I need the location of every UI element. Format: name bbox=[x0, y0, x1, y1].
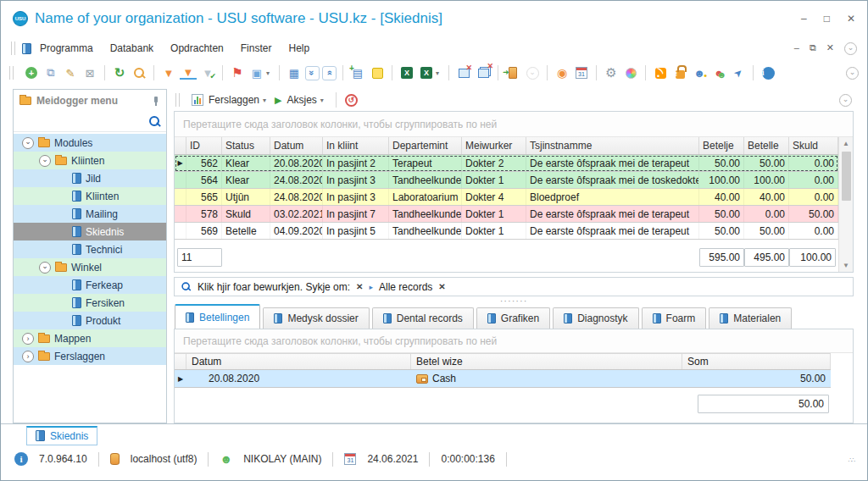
tree-item-winkel[interactable]: Winkel bbox=[14, 258, 166, 276]
tab-foarm[interactable]: Foarm bbox=[642, 307, 707, 329]
lock-icon[interactable] bbox=[676, 70, 685, 79]
column-header-departemint[interactable]: Departemint bbox=[389, 137, 462, 154]
actions-menu-arrow-icon[interactable] bbox=[320, 97, 327, 104]
menu-opdrachten[interactable]: Opdrachten bbox=[170, 42, 224, 54]
maximize-icon[interactable] bbox=[824, 13, 830, 25]
tree-item-modules[interactable]: Modules bbox=[14, 134, 166, 152]
tree-item-technici[interactable]: Technici bbox=[14, 240, 166, 258]
menu-programma[interactable]: Programma bbox=[40, 42, 93, 54]
scrollbar-thumb[interactable] bbox=[842, 152, 851, 201]
column-header-inkliint[interactable]: In kliint bbox=[323, 137, 389, 154]
sidebar-search-icon[interactable] bbox=[149, 116, 160, 127]
tab-grafiken[interactable]: Grafiken bbox=[476, 307, 550, 329]
column-header-id[interactable]: ID bbox=[186, 137, 222, 154]
window-tab-skiednis[interactable]: Skiednis bbox=[26, 426, 97, 445]
actions-button[interactable]: Aksjes bbox=[287, 94, 317, 106]
colors-icon[interactable] bbox=[626, 68, 637, 79]
filter-scope-link[interactable]: Alle records bbox=[379, 281, 432, 293]
tree-item-fersiken[interactable]: Fersiken bbox=[14, 294, 166, 312]
tree-item-kliinten-2[interactable]: Kliinten bbox=[14, 187, 166, 205]
toolbar-grip[interactable] bbox=[9, 66, 14, 80]
menu-help[interactable]: Help bbox=[288, 42, 309, 54]
table-row[interactable]: 565 Utjûn 24.08.2020 In pasjint 3 Labora… bbox=[175, 189, 838, 206]
users-icon[interactable] bbox=[710, 64, 727, 81]
column-header-skuld[interactable]: Skuld bbox=[789, 137, 838, 154]
tab-medysk-dossier[interactable]: Medysk dossier bbox=[263, 307, 369, 329]
clear-scope-icon[interactable] bbox=[438, 282, 445, 291]
cancel-icon[interactable] bbox=[345, 94, 358, 107]
toolbar-overflow-icon[interactable] bbox=[846, 67, 859, 80]
tab-dental-records[interactable]: Dental records bbox=[372, 307, 474, 329]
sidebar-search-input[interactable] bbox=[19, 116, 149, 128]
resize-grip[interactable] bbox=[843, 454, 854, 464]
table-row[interactable]: 564 Klear 24.08.2020 In pasjint 3 Tandhe… bbox=[175, 172, 838, 189]
tree-item-skiednis[interactable]: Skiednis bbox=[14, 223, 166, 240]
search-icon[interactable] bbox=[134, 68, 145, 79]
column-header-betelje[interactable]: Betelje bbox=[699, 137, 744, 154]
tab-diagnostyk[interactable]: Diagnostyk bbox=[553, 307, 638, 329]
reports-button[interactable]: Ferslaggen bbox=[209, 94, 259, 106]
delete-record-icon[interactable] bbox=[81, 64, 98, 81]
flag-icon[interactable] bbox=[229, 64, 246, 81]
minimize-icon[interactable] bbox=[801, 13, 807, 25]
add-column-icon[interactable] bbox=[349, 64, 366, 81]
table-row[interactable]: 20.08.2020 Cash 50.00 bbox=[175, 370, 831, 388]
close-all-windows-icon[interactable] bbox=[478, 69, 489, 78]
expand-all-icon[interactable] bbox=[322, 66, 337, 80]
pin-icon[interactable] bbox=[726, 61, 750, 85]
grid-toolbar-overflow-icon[interactable] bbox=[839, 94, 852, 107]
info-icon[interactable] bbox=[762, 67, 775, 80]
collapse-all-icon[interactable] bbox=[305, 66, 320, 80]
clear-filter-icon[interactable] bbox=[356, 282, 363, 291]
column-header-status[interactable]: Status bbox=[222, 137, 270, 154]
note-icon[interactable] bbox=[372, 68, 383, 79]
group-by-bar[interactable]: Перетащите сюда заголовок колонки, чтобы… bbox=[175, 112, 853, 137]
scroll-down-icon[interactable]: ▼ bbox=[843, 259, 849, 272]
filter-check-icon[interactable] bbox=[199, 64, 216, 81]
horizontal-splitter[interactable] bbox=[174, 296, 854, 304]
tree-item-mailing[interactable]: Mailing bbox=[14, 205, 166, 223]
excel-menu-arrow-icon[interactable] bbox=[436, 69, 442, 77]
pin-panel-icon[interactable] bbox=[152, 96, 160, 106]
tree-item-kliinten[interactable]: Kliinten bbox=[14, 152, 166, 169]
column-header-betelle[interactable]: Betelle bbox=[744, 137, 789, 154]
close-window-icon[interactable] bbox=[459, 69, 470, 78]
edit-record-icon[interactable] bbox=[62, 64, 79, 81]
calendar-icon[interactable] bbox=[576, 67, 587, 79]
expand-node-icon[interactable] bbox=[22, 351, 34, 362]
tree-item-produkt[interactable]: Produkt bbox=[14, 312, 166, 329]
column-header-tsjinstnamme[interactable]: Tsjinstnamme bbox=[526, 137, 699, 154]
export-excel-icon[interactable] bbox=[401, 67, 413, 79]
tree-item-ferkeap[interactable]: Ferkeap bbox=[14, 276, 166, 294]
tree-item-jild[interactable]: Jild bbox=[14, 169, 166, 187]
expand-node-icon[interactable] bbox=[22, 333, 34, 345]
location-icon[interactable] bbox=[554, 64, 570, 81]
image-menu-arrow-icon[interactable] bbox=[266, 69, 273, 77]
copy-record-icon[interactable] bbox=[42, 64, 59, 81]
mdi-close-icon[interactable] bbox=[826, 42, 834, 55]
table-row[interactable]: 569 Betelle 04.09.2020 In pasjint 5 Tand… bbox=[175, 223, 838, 240]
rss-icon[interactable] bbox=[655, 68, 666, 79]
filter-edit-link[interactable]: Klik hjir foar bewurkjen. Sykje om: bbox=[198, 281, 350, 293]
card-view-icon[interactable] bbox=[286, 64, 303, 81]
filter-icon[interactable] bbox=[160, 64, 177, 81]
collapse-node-icon[interactable] bbox=[22, 137, 34, 149]
menu-databank[interactable]: Databank bbox=[110, 42, 153, 54]
close-icon[interactable] bbox=[847, 13, 855, 25]
column-header-som[interactable]: Som bbox=[682, 354, 831, 369]
detail-group-by-bar[interactable]: Перетащите сюда заголовок колонки, чтобы… bbox=[175, 329, 853, 353]
menubar-overflow-icon[interactable] bbox=[844, 42, 857, 55]
collapse-node-icon[interactable] bbox=[39, 155, 51, 167]
mdi-minimize-icon[interactable] bbox=[794, 42, 799, 55]
column-header-datum[interactable]: Datum bbox=[270, 137, 323, 154]
column-header-betel-wize[interactable]: Betel wize bbox=[411, 354, 682, 369]
column-header-meiwurker[interactable]: Meiwurker bbox=[462, 137, 526, 154]
collapse-node-icon[interactable] bbox=[39, 262, 51, 274]
filter-edit-icon[interactable] bbox=[180, 66, 197, 80]
reports-menu-arrow-icon[interactable] bbox=[263, 97, 270, 104]
image-icon[interactable] bbox=[248, 64, 265, 81]
menu-finster[interactable]: Finster bbox=[241, 42, 272, 54]
exit-icon[interactable] bbox=[509, 67, 517, 79]
vertical-scrollbar[interactable]: ▲ ▼ bbox=[838, 137, 853, 272]
menubar-grip[interactable] bbox=[11, 41, 15, 55]
